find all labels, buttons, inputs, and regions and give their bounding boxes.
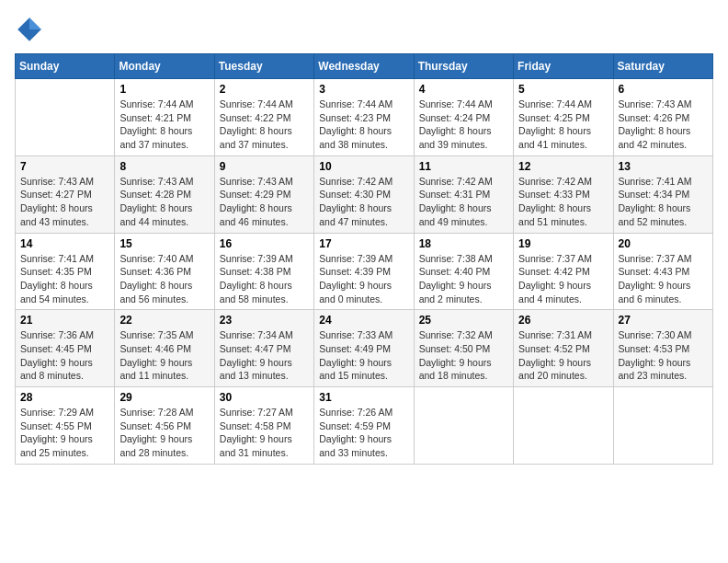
day-info: Sunrise: 7:41 AMSunset: 4:34 PMDaylight:… — [619, 175, 708, 229]
svg-marker-1 — [29, 17, 41, 29]
day-number: 23 — [220, 314, 309, 327]
day-number: 24 — [319, 314, 408, 327]
weekday-header-cell: Monday — [115, 54, 214, 79]
calendar-cell: 16Sunrise: 7:39 AMSunset: 4:38 PMDayligh… — [214, 233, 313, 310]
day-info: Sunrise: 7:44 AMSunset: 4:22 PMDaylight:… — [220, 98, 309, 152]
calendar-cell: 31Sunrise: 7:26 AMSunset: 4:59 PMDayligh… — [314, 387, 414, 465]
calendar-cell — [514, 387, 613, 465]
day-number: 13 — [619, 160, 708, 173]
calendar-cell: 10Sunrise: 7:42 AMSunset: 4:30 PMDayligh… — [314, 155, 414, 233]
calendar-cell: 28Sunrise: 7:29 AMSunset: 4:55 PMDayligh… — [16, 387, 115, 465]
day-info: Sunrise: 7:33 AMSunset: 4:49 PMDaylight:… — [319, 328, 408, 383]
day-number: 18 — [419, 237, 508, 250]
calendar-cell: 29Sunrise: 7:28 AMSunset: 4:56 PMDayligh… — [115, 387, 214, 465]
day-number: 15 — [119, 237, 209, 250]
weekday-header-cell: Saturday — [613, 54, 712, 79]
day-info: Sunrise: 7:32 AMSunset: 4:50 PMDaylight:… — [419, 328, 508, 383]
day-info: Sunrise: 7:42 AMSunset: 4:30 PMDaylight:… — [319, 175, 408, 229]
day-number: 17 — [319, 237, 408, 250]
day-number: 28 — [20, 391, 109, 404]
calendar-cell: 9Sunrise: 7:43 AMSunset: 4:29 PMDaylight… — [214, 155, 313, 233]
weekday-header-cell: Sunday — [16, 54, 115, 79]
day-number: 29 — [119, 391, 209, 404]
day-info: Sunrise: 7:37 AMSunset: 4:42 PMDaylight:… — [518, 252, 608, 306]
calendar-week-row: 21Sunrise: 7:36 AMSunset: 4:45 PMDayligh… — [16, 310, 713, 387]
calendar-week-row: 28Sunrise: 7:29 AMSunset: 4:55 PMDayligh… — [16, 387, 713, 465]
calendar-cell: 25Sunrise: 7:32 AMSunset: 4:50 PMDayligh… — [414, 310, 513, 387]
day-info: Sunrise: 7:29 AMSunset: 4:55 PMDaylight:… — [20, 406, 109, 460]
calendar-cell: 8Sunrise: 7:43 AMSunset: 4:28 PMDaylight… — [115, 155, 214, 233]
day-number: 20 — [619, 237, 708, 250]
day-number: 1 — [119, 83, 209, 96]
day-info: Sunrise: 7:37 AMSunset: 4:43 PMDaylight:… — [619, 252, 708, 306]
calendar-cell — [16, 79, 115, 156]
day-info: Sunrise: 7:39 AMSunset: 4:38 PMDaylight:… — [220, 252, 309, 306]
day-info: Sunrise: 7:43 AMSunset: 4:28 PMDaylight:… — [119, 175, 209, 229]
calendar-cell: 26Sunrise: 7:31 AMSunset: 4:52 PMDayligh… — [514, 310, 613, 387]
calendar-week-row: 7Sunrise: 7:43 AMSunset: 4:27 PMDaylight… — [16, 155, 713, 233]
day-number: 2 — [220, 83, 309, 96]
page-header — [15, 15, 713, 44]
day-number: 4 — [419, 83, 508, 96]
day-number: 5 — [518, 83, 608, 96]
weekday-header-cell: Tuesday — [214, 54, 313, 79]
calendar-cell: 22Sunrise: 7:35 AMSunset: 4:46 PMDayligh… — [115, 310, 214, 387]
day-info: Sunrise: 7:39 AMSunset: 4:39 PMDaylight:… — [319, 252, 408, 306]
day-number: 22 — [119, 314, 209, 327]
calendar-cell: 20Sunrise: 7:37 AMSunset: 4:43 PMDayligh… — [613, 233, 712, 310]
calendar-cell: 14Sunrise: 7:41 AMSunset: 4:35 PMDayligh… — [16, 233, 115, 310]
calendar-cell: 18Sunrise: 7:38 AMSunset: 4:40 PMDayligh… — [414, 233, 513, 310]
day-number: 19 — [518, 237, 608, 250]
calendar-week-row: 1Sunrise: 7:44 AMSunset: 4:21 PMDaylight… — [16, 79, 713, 156]
calendar-table: SundayMondayTuesdayWednesdayThursdayFrid… — [15, 53, 713, 465]
day-info: Sunrise: 7:31 AMSunset: 4:52 PMDaylight:… — [518, 328, 608, 383]
day-number: 8 — [119, 160, 209, 173]
calendar-cell: 1Sunrise: 7:44 AMSunset: 4:21 PMDaylight… — [115, 79, 214, 156]
day-info: Sunrise: 7:28 AMSunset: 4:56 PMDaylight:… — [119, 406, 209, 460]
calendar-cell: 19Sunrise: 7:37 AMSunset: 4:42 PMDayligh… — [514, 233, 613, 310]
day-info: Sunrise: 7:38 AMSunset: 4:40 PMDaylight:… — [419, 252, 508, 306]
day-number: 6 — [619, 83, 708, 96]
day-number: 12 — [518, 160, 608, 173]
logo — [15, 15, 50, 44]
day-number: 10 — [319, 160, 408, 173]
calendar-cell: 3Sunrise: 7:44 AMSunset: 4:23 PMDaylight… — [314, 79, 414, 156]
logo-icon — [15, 15, 44, 44]
day-info: Sunrise: 7:42 AMSunset: 4:33 PMDaylight:… — [518, 175, 608, 229]
calendar-cell: 23Sunrise: 7:34 AMSunset: 4:47 PMDayligh… — [214, 310, 313, 387]
calendar-cell: 5Sunrise: 7:44 AMSunset: 4:25 PMDaylight… — [514, 79, 613, 156]
day-number: 21 — [20, 314, 109, 327]
day-info: Sunrise: 7:44 AMSunset: 4:21 PMDaylight:… — [119, 98, 209, 152]
day-number: 26 — [518, 314, 608, 327]
day-number: 9 — [220, 160, 309, 173]
day-info: Sunrise: 7:40 AMSunset: 4:36 PMDaylight:… — [119, 252, 209, 306]
day-info: Sunrise: 7:27 AMSunset: 4:58 PMDaylight:… — [220, 406, 309, 460]
day-number: 31 — [319, 391, 408, 404]
day-number: 14 — [20, 237, 109, 250]
day-info: Sunrise: 7:44 AMSunset: 4:23 PMDaylight:… — [319, 98, 408, 152]
day-info: Sunrise: 7:36 AMSunset: 4:45 PMDaylight:… — [20, 328, 109, 383]
day-info: Sunrise: 7:43 AMSunset: 4:29 PMDaylight:… — [220, 175, 309, 229]
calendar-cell: 30Sunrise: 7:27 AMSunset: 4:58 PMDayligh… — [214, 387, 313, 465]
calendar-cell: 21Sunrise: 7:36 AMSunset: 4:45 PMDayligh… — [16, 310, 115, 387]
calendar-cell: 13Sunrise: 7:41 AMSunset: 4:34 PMDayligh… — [613, 155, 712, 233]
day-number: 7 — [20, 160, 109, 173]
calendar-cell: 6Sunrise: 7:43 AMSunset: 4:26 PMDaylight… — [613, 79, 712, 156]
calendar-cell — [613, 387, 712, 465]
day-info: Sunrise: 7:26 AMSunset: 4:59 PMDaylight:… — [319, 406, 408, 460]
weekday-header-row: SundayMondayTuesdayWednesdayThursdayFrid… — [16, 54, 713, 79]
weekday-header-cell: Friday — [514, 54, 613, 79]
day-info: Sunrise: 7:43 AMSunset: 4:26 PMDaylight:… — [619, 98, 708, 152]
calendar-cell: 15Sunrise: 7:40 AMSunset: 4:36 PMDayligh… — [115, 233, 214, 310]
weekday-header-cell: Thursday — [414, 54, 513, 79]
calendar-cell: 17Sunrise: 7:39 AMSunset: 4:39 PMDayligh… — [314, 233, 414, 310]
day-number: 11 — [419, 160, 508, 173]
calendar-body: 1Sunrise: 7:44 AMSunset: 4:21 PMDaylight… — [16, 79, 713, 465]
day-number: 27 — [619, 314, 708, 327]
day-info: Sunrise: 7:44 AMSunset: 4:25 PMDaylight:… — [518, 98, 608, 152]
calendar-week-row: 14Sunrise: 7:41 AMSunset: 4:35 PMDayligh… — [16, 233, 713, 310]
calendar-cell: 7Sunrise: 7:43 AMSunset: 4:27 PMDaylight… — [16, 155, 115, 233]
day-info: Sunrise: 7:44 AMSunset: 4:24 PMDaylight:… — [419, 98, 508, 152]
day-info: Sunrise: 7:42 AMSunset: 4:31 PMDaylight:… — [419, 175, 508, 229]
day-number: 30 — [220, 391, 309, 404]
